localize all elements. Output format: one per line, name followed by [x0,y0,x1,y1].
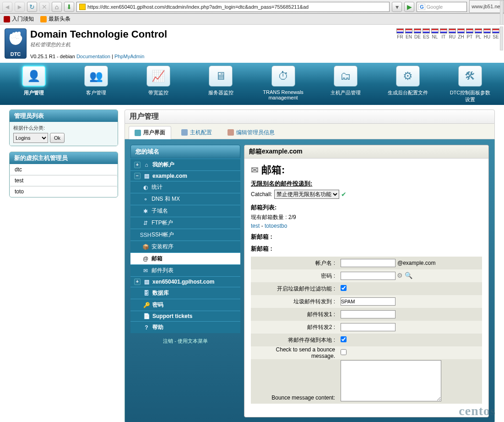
local-checkbox[interactable] [341,336,347,342]
tab-edit-admin[interactable]: 编辑管理员信息 [222,126,280,139]
bouncemsg-label: Bounce message content: [251,359,338,404]
page-header: DTC Domain Technologie Control 轻松管理您的主机 … [0,25,504,63]
fw1-input[interactable] [341,310,396,318]
flag-it[interactable] [440,28,447,33]
nav-domain-example[interactable]: −▤example.com [130,170,240,181]
spamfw-input[interactable] [341,297,396,306]
gear-icon[interactable]: ⚙ [397,272,403,279]
nav-panel-config[interactable]: 🛠DTC控制面板参数设置 [449,66,491,103]
version-line: V0.25.1 R1 - debian Documentation | PhpM… [30,54,396,59]
ftp-icon: ⇵ [142,220,149,226]
mailbox-links: test - totoestbo [251,223,482,229]
download-button[interactable]: ⬇ [64,2,74,12]
nav-footer: 注销 - 使用文本菜单 [130,333,240,349]
spam-checkbox[interactable] [341,285,347,291]
tab-host-config[interactable]: 主机配置 [176,126,217,139]
flag-se[interactable] [492,28,499,33]
logout-link[interactable]: 注销 [163,338,173,344]
main-panel: 邮箱example.com ✉邮箱: 无限别名的邮件投递到: Catchall:… [244,145,489,417]
forward-button[interactable]: ► [15,2,25,12]
account-input[interactable] [341,259,396,267]
doc-link[interactable]: Documentation [76,54,110,59]
flag-hu[interactable] [483,28,491,33]
nav-maillist[interactable]: ✉邮件列表 [130,264,240,276]
bounce-checkbox[interactable] [341,349,347,355]
reload-button[interactable]: ↻ [27,2,37,12]
flag-de[interactable] [414,28,421,33]
nav-bandwidth[interactable]: 📈带宽监控 [137,66,179,96]
nav-products[interactable]: 🗂主机产品管理 [325,66,367,96]
gear-icon: ⚙ [396,66,420,87]
password-input[interactable] [341,272,396,280]
bouncemsg-input[interactable] [341,360,441,401]
flag-pl[interactable] [475,28,482,33]
home-button[interactable]: ⌂ [52,2,62,12]
nav-stats[interactable]: ◐统计 [130,181,240,193]
search-box[interactable]: G Google [417,2,467,12]
mail-link-toto[interactable]: totoestbo [265,223,287,229]
bookmark-2[interactable]: 最新头条 [40,15,70,23]
pma-link[interactable]: PhpMyAdmin [114,54,144,59]
flag-fr[interactable] [396,28,404,33]
mailbox-list-heading: 邮箱列表: [251,203,482,212]
nav-dns[interactable]: ⚬DNS 和 MX [130,193,240,205]
tab-user-interface[interactable]: 用户界面 [129,126,171,139]
filter-select[interactable]: Logins [13,133,48,143]
flag-es[interactable] [423,28,430,33]
go-button[interactable]: ▶ [404,2,414,12]
chart-icon: 📈 [146,66,170,87]
mail-link-test[interactable]: test [251,223,260,229]
admin-row[interactable]: dtc [10,164,117,175]
nav-database[interactable]: 🗄数据库 [130,287,240,299]
text-menu-link[interactable]: 使用文本菜单 [178,338,208,344]
nav-server-mon[interactable]: 🖥服务器监控 [200,66,242,96]
nav-ftp[interactable]: ⇵FTP帐户 [130,217,240,229]
browser-toolbar: ◄ ► ↻ ✕ ⌂ ⬇ https://dtc.xen650401.gplhos… [0,0,504,14]
catchall-select[interactable]: 禁止使用无限别名功能 [274,190,339,199]
bookmark-1[interactable]: 入门须知 [4,15,34,23]
nav-renewals[interactable]: ⏱TRANS Renewals management [262,66,304,100]
fw2-input[interactable] [341,323,396,331]
admin-row[interactable]: toto [10,186,117,197]
flag-pt[interactable] [466,28,473,33]
flag-ru[interactable] [449,28,456,33]
dns-icon: ⚬ [142,196,149,203]
panel-title: 新的虚拟主机管理员 [10,152,118,164]
account-suffix: @example.com [397,260,436,266]
mail-icon: ✉ [251,164,259,175]
nav-subdomain[interactable]: ✱子域名 [130,205,240,217]
back-button[interactable]: ◄ [2,2,12,12]
fw2-label: 邮件转发2 : [251,321,338,334]
nav-mailbox[interactable]: @邮箱 [130,252,240,264]
nav-gen-config[interactable]: ⚙生成后台配置文件 [387,66,429,96]
collapse-icon[interactable]: − [134,173,141,179]
section-title: 用户管理 [125,110,495,124]
panel-title: 管理员列表 [10,110,118,122]
search-icon[interactable]: 🔍 [405,272,412,279]
nav-install[interactable]: 📦安装程序 [130,241,240,252]
tools-icon: 🛠 [458,66,482,87]
ok-button[interactable]: Ok [50,133,65,143]
nav-client-mgmt[interactable]: 👥客户管理 [75,66,117,96]
nav-domain-xen[interactable]: +▤xen650401.gplhost.com [130,276,240,287]
ssh-icon: SSH [142,232,149,238]
expand-icon[interactable]: + [134,279,141,285]
url-dropdown[interactable]: ▾ [392,2,402,12]
nav-user-mgmt[interactable]: 👤用户管理 [13,66,55,96]
stop-button[interactable]: ✕ [39,2,49,12]
expand-icon[interactable]: + [134,162,141,168]
main-head: 邮箱example.com [244,145,488,159]
admin-row[interactable]: test [10,175,117,186]
flag-nl[interactable] [431,28,439,33]
nav-tickets[interactable]: 📄Support tickets [130,311,240,321]
nav-help[interactable]: ?帮助 [130,321,240,333]
flag-zh[interactable] [457,28,465,33]
envelope-icon: ✉ [142,268,149,274]
password-label: 密码 : [251,269,338,282]
url-bar[interactable]: https://dtc.xen650401.gplhost.com/dtcadm… [76,2,390,12]
new-mailbox-form: 帐户名 :@example.com 密码 : ⚙ 🔍 开启垃圾邮件过滤功能 : … [251,257,482,404]
nav-password[interactable]: 🔑密码 [130,299,240,311]
flag-en[interactable] [405,28,412,33]
nav-my-account[interactable]: +⌂我的帐户 [130,159,240,170]
nav-ssh[interactable]: SSHSSH帐户 [130,229,240,241]
